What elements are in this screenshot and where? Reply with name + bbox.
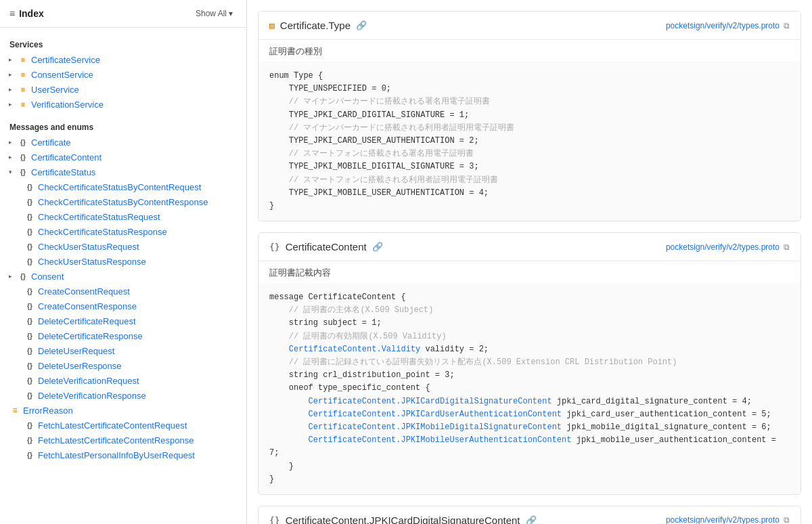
- code-line: TYPE_JPKI_MOBILE_USER_AUTHENTICATION = 4…: [269, 187, 790, 200]
- sidebar-item-certificate[interactable]: ▸ {} Certificate: [0, 135, 246, 150]
- code-block: enum Type { TYPE_UNSPECIFIED = 0; // マイナ…: [258, 62, 800, 221]
- message-icon: {}: [18, 152, 28, 162]
- sidebar-item-create-consent-resp[interactable]: {} CreateConsentResponse: [0, 299, 246, 313]
- sidebar-item-delete-user-req[interactable]: {} DeleteUserRequest: [0, 343, 246, 358]
- sidebar-item-check-cert-status-resp[interactable]: {} CheckCertificateStatusResponse: [0, 224, 246, 239]
- copy-icon[interactable]: ⧉: [784, 515, 790, 524]
- sidebar-item-label: CheckCertificateStatusByContentRequest: [38, 182, 201, 192]
- sidebar-item-delete-cert-resp[interactable]: {} DeleteCertificateResponse: [0, 328, 246, 343]
- message-icon: {}: [24, 286, 35, 297]
- sidebar-item-label: FetchLatestPersonalInfoByUserRequest: [38, 450, 195, 460]
- sidebar-item-fetch-latest-cert-content-resp[interactable]: {} FetchLatestCertificateContentResponse: [0, 433, 246, 447]
- code-line: // マイナンバーカードに搭載される利用者証明用電子証明書: [269, 122, 790, 135]
- code-line: enum Type {: [269, 70, 790, 83]
- sidebar-item-consent[interactable]: ▸ {} Consent: [0, 269, 246, 284]
- code-link-jpki-card-digital[interactable]: CertificateContent.JPKICardDigitalSignat…: [309, 397, 552, 406]
- section-subtitle: 証明書記載内容: [258, 261, 800, 283]
- sidebar-item-delete-verification-resp[interactable]: {} DeleteVerificationResponse: [0, 388, 246, 403]
- file-path: pocketsign/verify/v2/types.proto: [666, 21, 780, 30]
- sidebar-item-certificate-status[interactable]: ▾ {} CertificateStatus: [0, 165, 246, 179]
- section-title-bar: {} CertificateContent 🔗 pocketsign/verif…: [258, 233, 800, 261]
- sidebar-item-user-service[interactable]: ▸ ≡ UserService: [0, 82, 246, 97]
- sidebar-item-label: CheckCertificateStatusRequest: [38, 212, 160, 222]
- sidebar-item-label: ConsentService: [31, 70, 93, 80]
- sidebar-item-certificate-content[interactable]: ▸ {} CertificateContent: [0, 150, 246, 165]
- copy-icon[interactable]: ⧉: [784, 242, 790, 252]
- sidebar-item-label: UserService: [31, 85, 79, 95]
- code-link-jpki-mobile-user-auth[interactable]: CertificateContent.JPKIMobileUserAuthent…: [309, 435, 572, 445]
- section-title: Certificate.Type: [280, 20, 351, 31]
- sidebar-item-check-cert-status-req[interactable]: {} CheckCertificateStatusRequest: [0, 209, 246, 224]
- sidebar-item-consent-service[interactable]: ▸ ≡ ConsentService: [0, 67, 246, 82]
- sidebar-item-verification-service[interactable]: ▸ ≡ VerificationService: [0, 97, 246, 112]
- code-line: // 証明書の有効期限(X.509 Validity): [269, 330, 790, 343]
- section-title-left: {} CertificateContent.JPKICardDigitalSig…: [269, 515, 537, 524]
- sidebar-item-fetch-latest-cert-content-req[interactable]: {} FetchLatestCertificateContentRequest: [0, 418, 246, 433]
- hamburger-icon: ≡: [9, 8, 15, 19]
- sidebar-item-delete-cert-req[interactable]: {} DeleteCertificateRequest: [0, 313, 246, 328]
- expand-icon: ▾: [5, 167, 15, 177]
- code-line: TYPE_UNSPECIFIED = 0;: [269, 83, 790, 95]
- sidebar-item-delete-verification-req[interactable]: {} DeleteVerificationRequest: [0, 373, 246, 388]
- sidebar-item-label: Certificate: [31, 137, 71, 148]
- sidebar-item-check-cert-status-by-content-resp[interactable]: {} CheckCertificateStatusByContentRespon…: [0, 194, 246, 209]
- sidebar-item-label: FetchLatestCertificateContentRequest: [38, 420, 187, 431]
- link-icon[interactable]: 🔗: [526, 515, 537, 524]
- section-title-bar: {} CertificateContent.JPKICardDigitalSig…: [258, 506, 800, 524]
- sidebar-item-label: Consent: [31, 271, 64, 282]
- message-icon: {}: [24, 345, 35, 356]
- expand-icon: ▸: [5, 271, 15, 281]
- code-line: string crl_distribution_point = 3;: [269, 369, 790, 382]
- code-line: // スマートフォンに搭載される利用者証明用電子証明書: [269, 174, 790, 187]
- code-line: CertificateContent.Validity validity = 2…: [269, 343, 790, 356]
- enum-list-icon: ≡: [9, 405, 20, 416]
- message-icon: {}: [24, 435, 35, 445]
- section-title: CertificateContent: [286, 241, 367, 253]
- sidebar-item-label: CheckCertificateStatusResponse: [38, 227, 167, 237]
- expand-icon: ▸: [5, 137, 15, 147]
- code-line: CertificateContent.JPKIMobileUserAuthent…: [269, 434, 790, 460]
- sidebar-item-check-user-status-resp[interactable]: {} CheckUserStatusResponse: [0, 254, 246, 269]
- sidebar-item-error-reason[interactable]: ≡ ErrorReason: [0, 403, 246, 418]
- code-link-validity[interactable]: CertificateContent.Validity: [289, 345, 420, 354]
- expand-icon: ▸: [5, 85, 15, 94]
- sidebar-item-label: CertificateContent: [31, 152, 102, 162]
- code-line: TYPE_JPKI_MOBILE_DIGITAL_SIGNATURE = 3;: [269, 160, 790, 173]
- code-block: message CertificateContent { // 証明書の主体名(…: [258, 283, 800, 494]
- sidebar-item-label: DeleteVerificationRequest: [38, 376, 139, 386]
- message-icon: {}: [24, 315, 35, 326]
- message-icon: {}: [24, 181, 35, 192]
- sidebar-item-check-user-status-req[interactable]: {} CheckUserStatusRequest: [0, 239, 246, 254]
- service-icon: ≡: [18, 84, 28, 95]
- link-icon[interactable]: 🔗: [356, 20, 367, 30]
- code-line: string subject = 1;: [269, 317, 790, 330]
- code-link-jpki-mobile-digital[interactable]: CertificateContent.JPKIMobileDigitalSign…: [309, 422, 562, 432]
- message-icon: {}: [24, 256, 35, 267]
- code-line: // 証明書に記録されている証明書失効リスト配布点(X.509 Extensio…: [269, 356, 790, 369]
- service-icon: ≡: [18, 54, 28, 65]
- message-icon: {}: [18, 167, 28, 177]
- code-link-jpki-card-user-auth[interactable]: CertificateContent.JPKICardUserAuthentic…: [309, 410, 562, 419]
- sidebar-item-label: CreateConsentResponse: [38, 301, 137, 311]
- sidebar-item-check-cert-status-by-content-req[interactable]: {} CheckCertificateStatusByContentReques…: [0, 179, 246, 194]
- copy-icon[interactable]: ⧉: [784, 21, 790, 30]
- file-path: pocketsign/verify/v2/types.proto: [666, 242, 780, 252]
- show-all-button[interactable]: Show All ▾: [191, 7, 237, 20]
- code-line: // スマートフォンに搭載される署名用電子証明書: [269, 148, 790, 160]
- message-icon: {}: [24, 450, 35, 460]
- link-icon[interactable]: 🔗: [372, 242, 383, 252]
- section-file-ref: pocketsign/verify/v2/types.proto ⧉: [666, 242, 790, 252]
- message-icon: {}: [24, 330, 35, 341]
- section-certificate-type: ▤ Certificate.Type 🔗 pocketsign/verify/v…: [258, 11, 801, 221]
- message-icon: {}: [24, 196, 35, 207]
- sidebar-item-label: DeleteUserRequest: [38, 346, 114, 356]
- sidebar-item-label: CheckUserStatusRequest: [38, 242, 139, 252]
- expand-icon: ▸: [5, 55, 15, 64]
- sidebar-item-certificate-service[interactable]: ▸ ≡ CertificateService: [0, 52, 246, 67]
- code-line: TYPE_JPKI_CARD_USER_AUTHENTICATION = 2;: [269, 135, 790, 148]
- sidebar-item-fetch-latest-personal-info[interactable]: {} FetchLatestPersonalInfoByUserRequest: [0, 447, 246, 462]
- message-icon: {}: [24, 375, 35, 386]
- sidebar-item-create-consent-req[interactable]: {} CreateConsentRequest: [0, 284, 246, 299]
- message-icon: {}: [24, 226, 35, 237]
- sidebar-item-delete-user-resp[interactable]: {} DeleteUserResponse: [0, 358, 246, 373]
